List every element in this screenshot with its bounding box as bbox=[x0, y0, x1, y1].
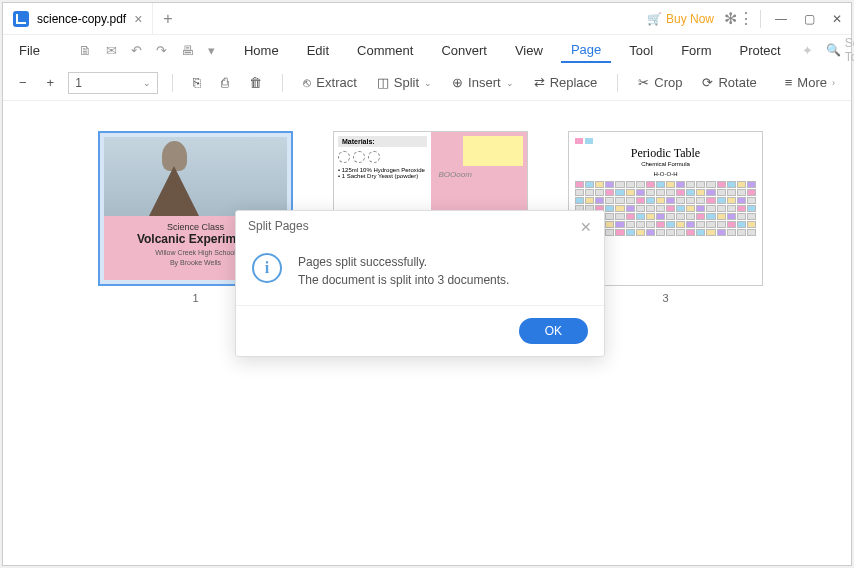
file-menu[interactable]: File bbox=[11, 39, 48, 62]
thumb2-materials: Materials: bbox=[338, 136, 427, 147]
replace-button[interactable]: ⇄ Replace bbox=[528, 71, 604, 94]
menu-comment[interactable]: Comment bbox=[347, 39, 423, 62]
menu-form[interactable]: Form bbox=[671, 39, 721, 62]
print-icon[interactable]: 🖶 bbox=[178, 43, 197, 58]
menu-edit[interactable]: Edit bbox=[297, 39, 339, 62]
titlebar: science-copy.pdf × + 🛒 Buy Now ✻ ⋮ — ▢ ✕ bbox=[3, 3, 851, 35]
page-toolbar: − + 1 ⌄ ⎘ ⎙ 🗑 ⎋ Extract ◫ Split ⌄ ⊕ Inse… bbox=[3, 65, 851, 101]
crop-label: Crop bbox=[654, 75, 682, 90]
search-placeholder: Search Tools bbox=[845, 36, 854, 64]
thumb3-title: Periodic Table bbox=[575, 146, 756, 161]
close-tab-icon[interactable]: × bbox=[134, 11, 142, 27]
rotate-button[interactable]: ⟳ Rotate bbox=[696, 71, 762, 94]
more-icon: ≡ bbox=[785, 75, 793, 90]
dialog-message-1: Pages split successfully. bbox=[298, 253, 509, 271]
undo-icon[interactable]: ↶ bbox=[128, 43, 145, 58]
extract-label: Extract bbox=[316, 75, 356, 90]
split-pages-dialog: Split Pages ✕ i Pages split successfully… bbox=[235, 210, 605, 357]
zoom-out-button[interactable]: − bbox=[13, 71, 33, 94]
insert-label: Insert bbox=[468, 75, 501, 90]
ok-button[interactable]: OK bbox=[519, 318, 588, 344]
rotate-icon: ⟳ bbox=[702, 75, 713, 90]
thumb2-bullet2: • 1 Sachet Dry Yeast (powder) bbox=[338, 173, 427, 179]
search-tools[interactable]: 🔍 Search Tools bbox=[826, 36, 854, 64]
thumb3-sub2: H-O-O-H bbox=[575, 171, 756, 177]
menu-tool[interactable]: Tool bbox=[619, 39, 663, 62]
buy-now-button[interactable]: 🛒 Buy Now bbox=[639, 12, 722, 26]
rotate-label: Rotate bbox=[718, 75, 756, 90]
insert-page-icon[interactable]: ⎘ bbox=[187, 71, 207, 94]
crop-button[interactable]: ✂ Crop bbox=[632, 71, 688, 94]
app-icon bbox=[13, 11, 29, 27]
menu-home[interactable]: Home bbox=[234, 39, 289, 62]
replace-icon: ⇄ bbox=[534, 75, 545, 90]
chevron-right-icon: › bbox=[832, 78, 835, 88]
menu-protect[interactable]: Protect bbox=[729, 39, 790, 62]
replace-label: Replace bbox=[550, 75, 598, 90]
insert-icon: ⊕ bbox=[452, 75, 463, 90]
add-tab-button[interactable]: + bbox=[153, 10, 182, 28]
maximize-button[interactable]: ▢ bbox=[795, 3, 823, 35]
dialog-message-2: The document is split into 3 documents. bbox=[298, 271, 509, 289]
print-dropdown-icon[interactable]: ▾ bbox=[205, 43, 218, 58]
split-label: Split bbox=[394, 75, 419, 90]
buy-now-label: Buy Now bbox=[666, 12, 714, 26]
gift-icon[interactable]: ✻ bbox=[722, 11, 738, 27]
split-button[interactable]: ◫ Split ⌄ bbox=[371, 71, 438, 94]
page-number-value: 1 bbox=[75, 76, 82, 90]
insert-button[interactable]: ⊕ Insert ⌄ bbox=[446, 71, 520, 94]
crop-icon: ✂ bbox=[638, 75, 649, 90]
menu-dots-icon[interactable]: ⋮ bbox=[738, 11, 754, 27]
save-icon[interactable]: 🗎 bbox=[76, 43, 95, 58]
minimize-button[interactable]: — bbox=[767, 3, 795, 35]
page-dropdown-icon: ⌄ bbox=[143, 78, 151, 88]
thumb3-sub1: Chemical Formula bbox=[575, 161, 756, 167]
thumb3-label: 3 bbox=[662, 292, 668, 304]
document-tab[interactable]: science-copy.pdf × bbox=[3, 3, 153, 35]
more-button[interactable]: ≡ More › bbox=[779, 71, 841, 94]
zoom-in-button[interactable]: + bbox=[41, 71, 61, 94]
close-window-button[interactable]: ✕ bbox=[823, 3, 851, 35]
extract-icon: ⎋ bbox=[303, 75, 311, 90]
page-number-input[interactable]: 1 ⌄ bbox=[68, 72, 158, 94]
menu-view[interactable]: View bbox=[505, 39, 553, 62]
filename: science-copy.pdf bbox=[37, 12, 126, 26]
split-icon: ◫ bbox=[377, 75, 389, 90]
delete-page-icon[interactable]: 🗑 bbox=[243, 71, 268, 94]
info-icon: i bbox=[252, 253, 282, 283]
extract-button[interactable]: ⎋ Extract bbox=[297, 71, 362, 94]
wand-icon[interactable]: ✦ bbox=[799, 43, 816, 58]
duplicate-page-icon[interactable]: ⎙ bbox=[215, 71, 235, 94]
cart-icon: 🛒 bbox=[647, 12, 662, 26]
menu-convert[interactable]: Convert bbox=[431, 39, 497, 62]
menu-page[interactable]: Page bbox=[561, 38, 611, 63]
dialog-close-icon[interactable]: ✕ bbox=[580, 219, 592, 235]
mail-icon[interactable]: ✉ bbox=[103, 43, 120, 58]
search-icon: 🔍 bbox=[826, 43, 841, 57]
dialog-title: Split Pages bbox=[248, 219, 309, 235]
chevron-down-icon: ⌄ bbox=[506, 78, 514, 88]
redo-icon[interactable]: ↷ bbox=[153, 43, 170, 58]
chevron-down-icon: ⌄ bbox=[424, 78, 432, 88]
more-label: More bbox=[797, 75, 827, 90]
thumb2-boom: BOOoom bbox=[439, 170, 472, 179]
menubar: File 🗎 ✉ ↶ ↷ 🖶 ▾ Home Edit Comment Conve… bbox=[3, 35, 851, 65]
thumb1-label: 1 bbox=[192, 292, 198, 304]
